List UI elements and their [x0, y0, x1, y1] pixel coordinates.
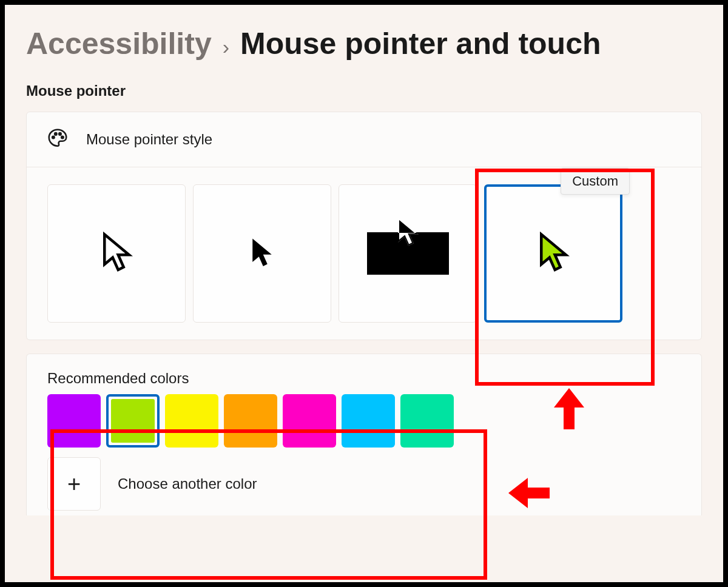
palette-icon — [46, 127, 69, 152]
recommended-colors-label: Recommended colors — [47, 370, 681, 387]
pointer-style-card: Mouse pointer style Custom — [26, 112, 702, 340]
breadcrumb-parent[interactable]: Accessibility — [26, 26, 212, 61]
chevron-right-icon: › — [223, 35, 229, 59]
color-swatch-cyan[interactable] — [342, 394, 395, 448]
card-title: Mouse pointer style — [86, 131, 212, 148]
color-swatch-lime[interactable] — [106, 394, 160, 448]
svg-point-0 — [52, 136, 54, 138]
color-swatch-row — [47, 394, 681, 448]
style-option-custom[interactable] — [484, 184, 622, 323]
breadcrumb-current: Mouse pointer and touch — [240, 26, 601, 61]
choose-another-color-button[interactable]: + — [47, 457, 101, 511]
color-swatch-magenta[interactable] — [283, 394, 336, 448]
tooltip-custom: Custom — [561, 168, 630, 195]
svg-point-2 — [59, 133, 61, 135]
breadcrumb: Accessibility › Mouse pointer and touch — [26, 26, 702, 61]
colors-card: Recommended colors + Choose another colo… — [26, 354, 702, 515]
color-swatch-orange[interactable] — [224, 394, 277, 448]
cursor-custom-icon — [537, 232, 570, 275]
style-option-white[interactable] — [47, 184, 186, 323]
color-swatch-purple[interactable] — [47, 394, 101, 448]
inverted-preview — [367, 232, 449, 275]
cursor-inverted-icon — [396, 216, 420, 249]
color-swatch-yellow[interactable] — [165, 394, 218, 448]
cursor-black-icon — [249, 236, 275, 270]
style-option-black[interactable] — [193, 184, 331, 323]
cursor-white-icon — [100, 232, 133, 275]
style-option-inverted[interactable] — [339, 184, 477, 323]
choose-another-color-label: Choose another color — [118, 475, 257, 492]
svg-point-3 — [61, 136, 63, 138]
color-swatch-teal[interactable] — [400, 394, 454, 448]
section-label: Mouse pointer — [26, 82, 702, 99]
svg-point-1 — [55, 133, 56, 135]
